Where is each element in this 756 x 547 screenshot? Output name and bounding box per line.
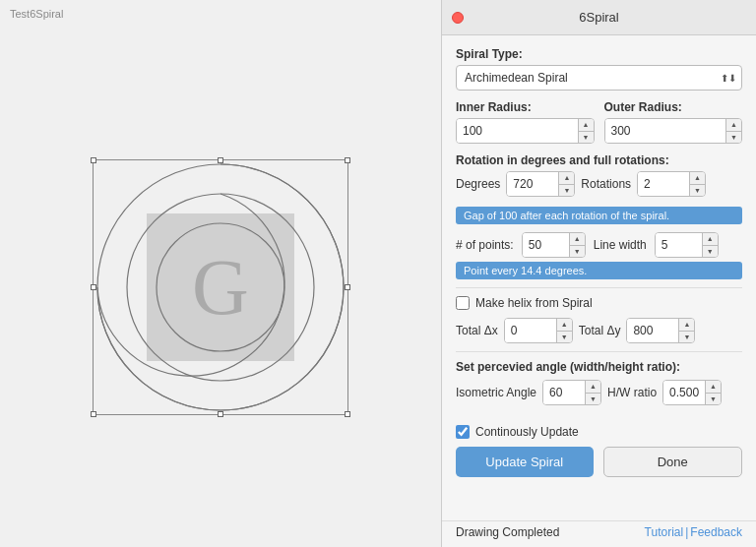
inner-radius-label: Inner Radius: [456,100,595,114]
rotation-row: Degrees ▲ ▼ Rotations ▲ ▼ [456,171,742,197]
outer-radius-spinner: ▲ ▼ [604,118,743,144]
status-links: Tutorial|Feedback [645,525,742,539]
outer-radius-down[interactable]: ▼ [726,131,741,144]
total-dx-up[interactable]: ▲ [557,319,572,331]
done-button[interactable]: Done [603,447,743,477]
panel-content: Spiral Type: Archimedean SpiralFermat Sp… [442,35,756,520]
points-btns: ▲ ▼ [569,233,585,257]
hw-ratio-down[interactable]: ▼ [706,393,721,405]
points-down[interactable]: ▼ [570,245,585,258]
status-bar: Drawing Completed Tutorial|Feedback [442,520,756,547]
isometric-input[interactable] [543,381,585,404]
degrees-down[interactable]: ▼ [559,184,574,197]
linewidth-up[interactable]: ▲ [703,233,718,245]
inner-radius-input[interactable] [457,119,578,143]
divider-1 [456,287,742,288]
delta-x-row: Total Δx ▲ ▼ Total Δy ▲ ▼ [456,318,742,343]
isometric-up[interactable]: ▲ [586,381,600,393]
total-dy-input[interactable] [627,319,678,342]
points-row: # of points: ▲ ▼ Line width ▲ ▼ [456,232,742,258]
hw-ratio-input[interactable] [663,381,705,404]
rotations-btns: ▲ ▼ [689,172,705,196]
rotations-label: Rotations [581,177,631,191]
tutorial-link[interactable]: Tutorial [645,525,684,539]
linewidth-spinner: ▲ ▼ [655,232,719,258]
degrees-input[interactable] [507,172,558,196]
linewidth-down[interactable]: ▼ [703,245,718,258]
inner-radius-up[interactable]: ▲ [579,119,594,131]
total-dy-label: Total Δy [579,324,621,337]
linewidth-label: Line width [594,238,647,252]
point-interval-banner: Point every 14.4 degrees. [456,262,742,279]
isometric-btns: ▲ ▼ [585,381,600,404]
canvas-title: Test6Spiral [0,0,441,28]
spiral-type-select[interactable]: Archimedean SpiralFermat SpiralHyperboli… [456,65,742,91]
spiral-type-dropdown-wrap: Archimedean SpiralFermat SpiralHyperboli… [456,65,742,91]
helix-row: Make helix from Spiral [456,296,742,310]
inner-radius-spinner: ▲ ▼ [456,118,595,144]
helix-label: Make helix from Spiral [475,296,593,310]
outer-radius-col: Outer Radius: ▲ ▼ [604,100,743,144]
traffic-lights [452,12,464,24]
hw-ratio-label: H/W ratio [607,386,657,399]
total-dx-down[interactable]: ▼ [557,331,572,343]
bottom-buttons: Update Spiral Done [456,447,742,477]
total-dy-btns: ▲ ▼ [678,319,694,342]
close-button[interactable] [452,12,464,24]
divider-2 [456,351,742,352]
update-spiral-button[interactable]: Update Spiral [456,447,594,477]
rotation-label: Rotation in degrees and full rotations: [456,153,742,167]
rotations-spinner: ▲ ▼ [637,171,706,197]
continuously-update-section: Continously Update [456,415,742,447]
spiral-container: G [93,159,348,415]
outer-radius-up[interactable]: ▲ [726,119,741,131]
outer-radius-label: Outer Radius: [604,100,743,114]
spiral-type-label: Spiral Type: [456,47,742,61]
total-dx-spinner: ▲ ▼ [504,318,573,343]
degrees-btns: ▲ ▼ [558,172,574,196]
angle-group: Set percevied angle (width/height ratio)… [456,360,742,405]
points-up[interactable]: ▲ [570,233,585,245]
degrees-label: Degrees [456,177,500,191]
hw-ratio-btns: ▲ ▼ [705,381,721,404]
spiral-type-group: Spiral Type: Archimedean SpiralFermat Sp… [456,47,742,91]
angle-section-label: Set percevied angle (width/height ratio)… [456,360,742,374]
app-title: 6Spiral [579,10,618,25]
rotations-down[interactable]: ▼ [690,184,705,197]
link-separator: | [685,525,688,539]
linewidth-input[interactable] [656,233,702,257]
rotations-input[interactable] [638,172,689,196]
total-dy-spinner: ▲ ▼ [626,318,695,343]
total-dy-up[interactable]: ▲ [679,319,694,331]
svg-point-1 [127,194,314,381]
total-dx-input[interactable] [505,319,556,342]
total-dy-down[interactable]: ▼ [679,331,694,343]
right-panel: 6Spiral Spiral Type: Archimedean SpiralF… [441,0,756,547]
canvas-area: Test6Spiral G [0,0,441,547]
spiral-svg [93,159,348,415]
inner-radius-col: Inner Radius: ▲ ▼ [456,100,595,144]
svg-point-0 [97,164,344,410]
points-label: # of points: [456,238,514,252]
total-dx-label: Total Δx [456,324,498,337]
points-spinner: ▲ ▼ [522,232,586,258]
isometric-down[interactable]: ▼ [586,393,600,405]
isometric-label: Isometric Angle [456,386,536,399]
rotations-up[interactable]: ▲ [690,172,705,184]
outer-radius-btns: ▲ ▼ [725,119,741,143]
inner-radius-btns: ▲ ▼ [578,119,594,143]
title-bar: 6Spiral [442,0,756,35]
status-text: Drawing Completed [456,525,559,539]
outer-radius-input[interactable] [605,119,726,143]
continuously-update-checkbox[interactable] [456,425,470,439]
angle-row: Isometric Angle ▲ ▼ H/W ratio ▲ ▼ [456,380,742,405]
inner-radius-down[interactable]: ▼ [579,131,594,144]
degrees-up[interactable]: ▲ [559,172,574,184]
feedback-link[interactable]: Feedback [690,525,742,539]
total-dx-btns: ▲ ▼ [556,319,572,342]
helix-checkbox[interactable] [456,296,470,310]
points-input[interactable] [523,233,569,257]
hw-ratio-up[interactable]: ▲ [706,381,721,393]
isometric-spinner: ▲ ▼ [542,380,601,405]
radius-group: Inner Radius: ▲ ▼ Outer Radius: ▲ ▼ [456,100,742,144]
